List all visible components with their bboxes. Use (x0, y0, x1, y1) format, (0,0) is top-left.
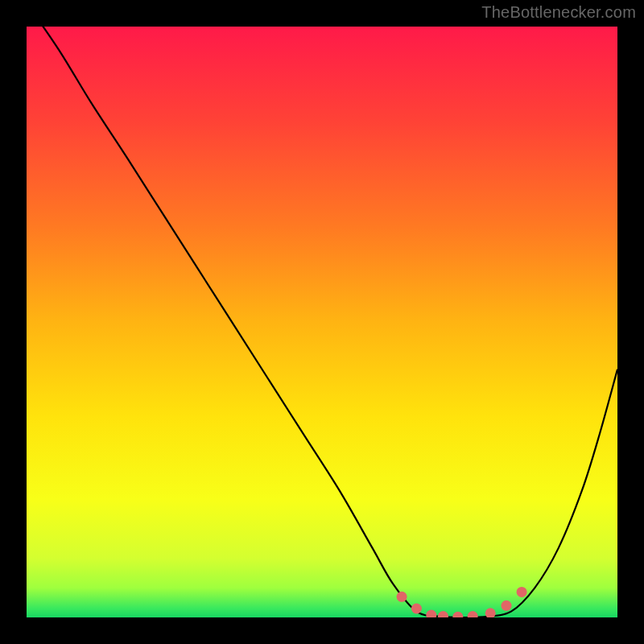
gradient-background (27, 27, 617, 617)
dot-marker (411, 603, 422, 613)
plot-area (27, 27, 617, 617)
dot-marker (517, 587, 527, 597)
dot-marker (502, 601, 512, 611)
bottleneck-chart (27, 27, 617, 617)
chart-frame: TheBottlenecker.com (0, 0, 644, 644)
watermark-text: TheBottlenecker.com (481, 3, 636, 22)
dot-marker (397, 592, 407, 602)
